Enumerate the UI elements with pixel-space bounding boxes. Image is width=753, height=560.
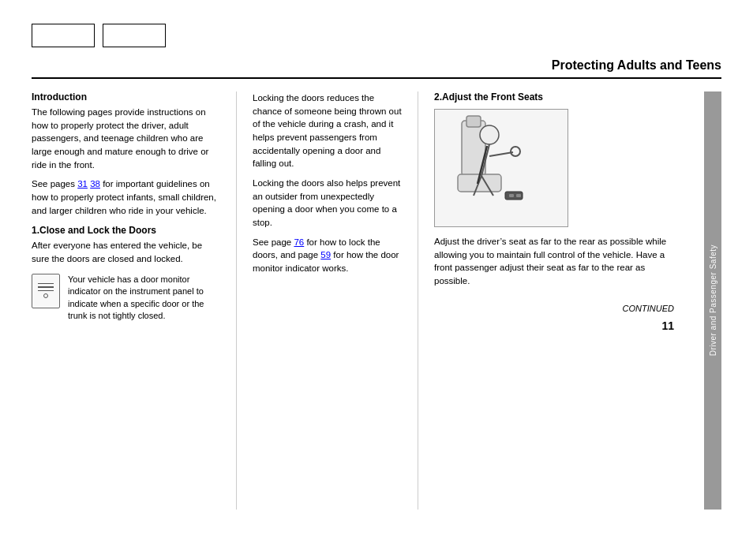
middle-p3-pre: See page	[253, 237, 294, 247]
door-icon-line-2	[38, 286, 54, 288]
section1-heading: 1.Close and Lock the Doors	[32, 225, 220, 236]
page-title: Protecting Adults and Teens	[552, 58, 721, 72]
svg-line-5	[489, 152, 513, 156]
icon-box: Your vehicle has a door monitor indicato…	[32, 274, 220, 323]
svg-point-6	[511, 147, 520, 156]
link-31[interactable]: 31	[77, 179, 88, 189]
svg-point-3	[480, 125, 499, 144]
icon-text: Your vehicle has a door monitor indicato…	[68, 274, 220, 323]
middle-p3: See page 76 for how to lock the doors, a…	[253, 236, 402, 275]
middle-p1: Locking the doors reduces the chance of …	[253, 91, 402, 170]
door-icon-line-1	[38, 283, 54, 285]
section1-p1: After everyone has entered the vehicle, …	[32, 239, 220, 265]
intro-p2: See pages 31 38 for important guidelines…	[32, 177, 220, 217]
right-column: 2.Adjust the Front Seats	[418, 91, 721, 510]
page-title-area: Protecting Adults and Teens	[32, 58, 721, 79]
continued-text: CONTINUED	[434, 304, 674, 313]
section2-heading: 2.Adjust the Front Seats	[434, 91, 674, 103]
door-monitor-icon	[32, 274, 60, 308]
left-column: Introduction The following pages provide…	[32, 91, 237, 510]
link-59[interactable]: 59	[320, 250, 331, 259]
top-nav	[32, 24, 721, 47]
page-number: 11	[434, 319, 674, 332]
door-icon-line-3	[38, 290, 54, 292]
intro-heading: Introduction	[32, 91, 220, 103]
door-icon-lines	[38, 283, 54, 292]
link-38[interactable]: 38	[90, 179, 100, 189]
link-76[interactable]: 76	[294, 237, 304, 247]
main-content: Introduction The following pages provide…	[32, 91, 721, 510]
intro-p1: The following pages provide instructions…	[32, 106, 220, 171]
svg-rect-12	[516, 194, 521, 197]
seat-illustration	[434, 109, 568, 227]
nav-button-1[interactable]	[32, 24, 95, 47]
nav-button-2[interactable]	[103, 24, 166, 47]
svg-rect-2	[466, 116, 481, 127]
middle-p2: Locking the doors also helps prevent an …	[253, 177, 402, 230]
middle-column: Locking the doors reduces the chance of …	[237, 91, 418, 510]
right-p1: Adjust the driver’s seat as far to the r…	[434, 235, 674, 288]
side-tab-text: Driver and Passenger Safety	[709, 245, 717, 356]
seat-svg	[438, 113, 564, 223]
svg-rect-11	[509, 194, 514, 197]
door-icon-circle	[43, 293, 48, 298]
side-tab: Driver and Passenger Safety	[704, 91, 721, 510]
intro-p2-pre: See pages	[32, 179, 77, 189]
page-container: Protecting Adults and Teens Introduction…	[0, 0, 753, 560]
